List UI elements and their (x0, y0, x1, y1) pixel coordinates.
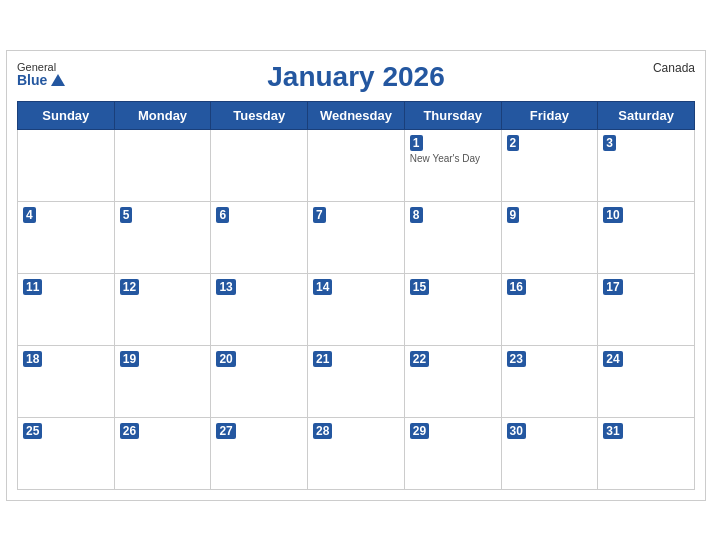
day-number: 28 (313, 423, 332, 439)
logo: General Blue (17, 61, 65, 88)
day-header-tuesday: Tuesday (211, 101, 308, 129)
day-header-friday: Friday (501, 101, 598, 129)
table-row: 25 (18, 417, 115, 489)
calendar-grid: SundayMondayTuesdayWednesdayThursdayFrid… (17, 101, 695, 490)
logo-triangle-icon (51, 74, 65, 86)
table-row: 27 (211, 417, 308, 489)
table-row: 11 (18, 273, 115, 345)
day-number: 30 (507, 423, 526, 439)
day-number: 20 (216, 351, 235, 367)
table-row: 13 (211, 273, 308, 345)
table-row: 3 (598, 129, 695, 201)
day-number: 25 (23, 423, 42, 439)
table-row: 6 (211, 201, 308, 273)
calendar-container: General Blue January 2026 Canada SundayM… (6, 50, 706, 501)
table-row: 28 (308, 417, 405, 489)
day-header-sunday: Sunday (18, 101, 115, 129)
day-number: 11 (23, 279, 42, 295)
day-number: 7 (313, 207, 326, 223)
table-row (211, 129, 308, 201)
day-number: 4 (23, 207, 36, 223)
table-row: 12 (114, 273, 211, 345)
calendar-title: January 2026 (267, 61, 444, 93)
table-row: 18 (18, 345, 115, 417)
day-header-thursday: Thursday (404, 101, 501, 129)
table-row (114, 129, 211, 201)
table-row: 30 (501, 417, 598, 489)
day-number: 2 (507, 135, 520, 151)
country-label: Canada (653, 61, 695, 75)
week-row-3: 11121314151617 (18, 273, 695, 345)
table-row: 16 (501, 273, 598, 345)
table-row: 21 (308, 345, 405, 417)
table-row: 29 (404, 417, 501, 489)
day-number: 21 (313, 351, 332, 367)
table-row (308, 129, 405, 201)
table-row: 26 (114, 417, 211, 489)
table-row: 22 (404, 345, 501, 417)
table-row: 7 (308, 201, 405, 273)
day-number: 19 (120, 351, 139, 367)
logo-blue-text: Blue (17, 73, 65, 88)
table-row: 23 (501, 345, 598, 417)
table-row: 19 (114, 345, 211, 417)
day-number: 6 (216, 207, 229, 223)
day-number: 16 (507, 279, 526, 295)
table-row: 17 (598, 273, 695, 345)
table-row: 15 (404, 273, 501, 345)
week-row-2: 45678910 (18, 201, 695, 273)
week-row-4: 18192021222324 (18, 345, 695, 417)
holiday-label: New Year's Day (410, 153, 496, 164)
day-number: 12 (120, 279, 139, 295)
week-row-5: 25262728293031 (18, 417, 695, 489)
day-number: 14 (313, 279, 332, 295)
logo-general-text: General (17, 61, 56, 73)
calendar-header: General Blue January 2026 Canada (17, 61, 695, 93)
day-number: 1 (410, 135, 423, 151)
day-number: 9 (507, 207, 520, 223)
day-number: 29 (410, 423, 429, 439)
day-number: 3 (603, 135, 616, 151)
table-row: 5 (114, 201, 211, 273)
table-row: 1New Year's Day (404, 129, 501, 201)
day-number: 22 (410, 351, 429, 367)
table-row: 31 (598, 417, 695, 489)
table-row: 8 (404, 201, 501, 273)
day-header-monday: Monday (114, 101, 211, 129)
day-number: 26 (120, 423, 139, 439)
day-number: 24 (603, 351, 622, 367)
week-row-1: 1New Year's Day23 (18, 129, 695, 201)
table-row: 4 (18, 201, 115, 273)
day-number: 18 (23, 351, 42, 367)
days-header-row: SundayMondayTuesdayWednesdayThursdayFrid… (18, 101, 695, 129)
table-row: 24 (598, 345, 695, 417)
day-header-wednesday: Wednesday (308, 101, 405, 129)
table-row: 20 (211, 345, 308, 417)
table-row: 9 (501, 201, 598, 273)
table-row (18, 129, 115, 201)
day-number: 27 (216, 423, 235, 439)
day-number: 15 (410, 279, 429, 295)
table-row: 10 (598, 201, 695, 273)
day-number: 10 (603, 207, 622, 223)
day-number: 17 (603, 279, 622, 295)
day-number: 5 (120, 207, 133, 223)
table-row: 14 (308, 273, 405, 345)
day-number: 23 (507, 351, 526, 367)
day-number: 13 (216, 279, 235, 295)
day-header-saturday: Saturday (598, 101, 695, 129)
table-row: 2 (501, 129, 598, 201)
day-number: 31 (603, 423, 622, 439)
day-number: 8 (410, 207, 423, 223)
